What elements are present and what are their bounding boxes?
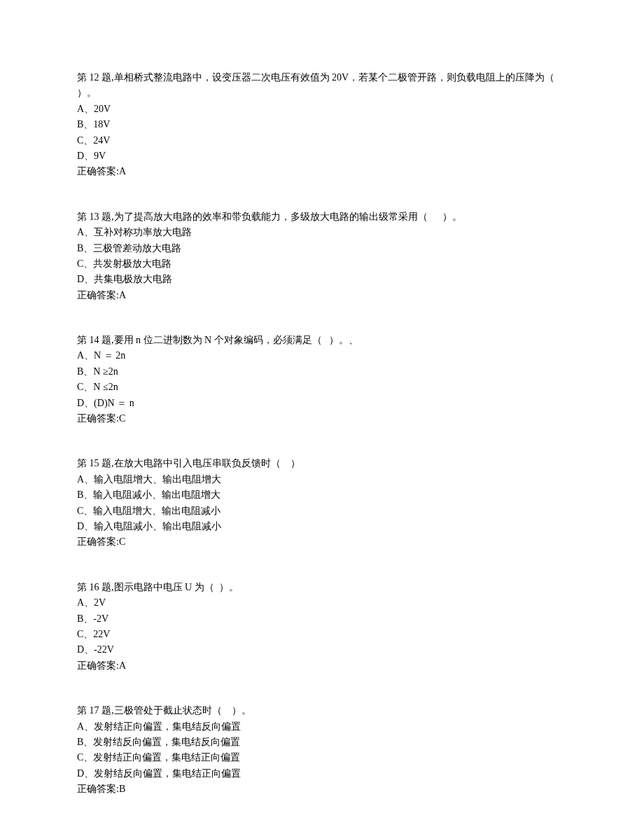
question-number: 第 14 题, bbox=[77, 335, 114, 345]
question-block: 第 13 题,为了提高放大电路的效率和带负载能力，多级放大电路的输出级常采用（ … bbox=[77, 209, 567, 303]
question-option: A、发射结正向偏置，集电结反向偏置 bbox=[77, 719, 567, 735]
question-option: B、-2V bbox=[77, 611, 567, 627]
question-block: 第 14 题,要用 n 位二进制数为 N 个对象编码，必须满足（ ）。、 A、N… bbox=[77, 333, 567, 426]
question-option: B、N ≥2n bbox=[77, 364, 567, 380]
question-option: D、共集电极放大电路 bbox=[77, 272, 567, 287]
answer-label: 正确答案: bbox=[77, 166, 119, 176]
answer-value: B bbox=[119, 784, 125, 794]
question-option: C、24V bbox=[77, 133, 567, 148]
question-option: C、发射结正向偏置，集电结正向偏置 bbox=[77, 750, 567, 765]
answer-value: C bbox=[119, 413, 125, 424]
question-option: C、22V bbox=[77, 627, 567, 642]
question-stem: 第 17 题,三极管处于截止状态时（ ）。 bbox=[77, 703, 567, 718]
question-number: 第 17 题, bbox=[77, 705, 114, 716]
question-number: 第 15 题, bbox=[77, 458, 114, 468]
answer-value: A bbox=[119, 166, 126, 176]
question-text: 三极管处于截止状态时（ ）。 bbox=[114, 705, 251, 716]
question-option: C、输入电阻增大、输出电阻减小 bbox=[77, 503, 567, 519]
question-option: D、-22V bbox=[77, 642, 567, 658]
question-option: C、共发射极放大电路 bbox=[77, 256, 567, 272]
answer-line: 正确答案:C bbox=[77, 411, 567, 426]
answer-line: 正确答案:B bbox=[77, 781, 567, 797]
answer-value: A bbox=[119, 290, 126, 300]
question-option: A、输入电阻增大、输出电阻增大 bbox=[77, 472, 567, 487]
question-number: 第 16 题, bbox=[77, 582, 114, 592]
question-option: D、(D)N ＝ n bbox=[77, 396, 567, 411]
question-stem: 第 14 题,要用 n 位二进制数为 N 个对象编码，必须满足（ ）。、 bbox=[77, 333, 567, 348]
question-option: B、发射结反向偏置，集电结反向偏置 bbox=[77, 735, 567, 750]
question-option: B、输入电阻减小、输出电阻增大 bbox=[77, 487, 567, 503]
question-option: A、互补对称功率放大电路 bbox=[77, 225, 567, 240]
question-number: 第 13 题, bbox=[77, 211, 114, 222]
question-option: A、20V bbox=[77, 102, 567, 117]
question-stem: 第 12 题,单相桥式整流电路中，设变压器二次电压有效值为 20V，若某个二极管… bbox=[77, 70, 567, 102]
answer-label: 正确答案: bbox=[77, 290, 119, 300]
answer-line: 正确答案:A bbox=[77, 288, 567, 303]
question-text: 单相桥式整流电路中，设变压器二次电压有效值为 20V，若某个二极管开路，则负载电… bbox=[77, 72, 562, 98]
question-text: 为了提高放大电路的效率和带负载能力，多级放大电路的输出级常采用（ ）。 bbox=[114, 211, 462, 222]
answer-line: 正确答案:C bbox=[77, 534, 567, 550]
question-option: C、N ≤2n bbox=[77, 380, 567, 395]
answer-value: A bbox=[119, 660, 126, 671]
answer-label: 正确答案: bbox=[77, 413, 119, 424]
question-block: 第 12 题,单相桥式整流电路中，设变压器二次电压有效值为 20V，若某个二极管… bbox=[77, 70, 567, 180]
question-block: 第 15 题,在放大电路中引入电压串联负反馈时（ ） A、输入电阻增大、输出电阻… bbox=[77, 456, 567, 550]
question-option: A、N ＝ 2n bbox=[77, 348, 567, 363]
answer-line: 正确答案:A bbox=[77, 164, 567, 179]
answer-label: 正确答案: bbox=[77, 784, 119, 794]
question-option: D、输入电阻减小、输出电阻减小 bbox=[77, 519, 567, 534]
question-option: D、发射结反向偏置，集电结正向偏置 bbox=[77, 766, 567, 781]
answer-line: 正确答案:A bbox=[77, 658, 567, 674]
question-option: A、2V bbox=[77, 595, 567, 611]
question-option: B、18V bbox=[77, 117, 567, 132]
question-text: 在放大电路中引入电压串联负反馈时（ ） bbox=[114, 458, 300, 468]
answer-label: 正确答案: bbox=[77, 660, 119, 671]
question-stem: 第 15 题,在放大电路中引入电压串联负反馈时（ ） bbox=[77, 456, 567, 471]
question-option: D、9V bbox=[77, 148, 567, 164]
answer-label: 正确答案: bbox=[77, 536, 119, 547]
question-option: B、三极管差动放大电路 bbox=[77, 241, 567, 256]
question-stem: 第 13 题,为了提高放大电路的效率和带负载能力，多级放大电路的输出级常采用（ … bbox=[77, 209, 567, 225]
question-block: 第 16 题,图示电路中电压 U 为（ ）。 A、2V B、-2V C、22V … bbox=[77, 580, 567, 674]
question-stem: 第 16 题,图示电路中电压 U 为（ ）。 bbox=[77, 580, 567, 595]
question-text: 要用 n 位二进制数为 N 个对象编码，必须满足（ ）。、 bbox=[114, 335, 359, 345]
question-number: 第 12 题, bbox=[77, 72, 114, 83]
question-text: 图示电路中电压 U 为（ ）。 bbox=[114, 582, 239, 592]
answer-value: C bbox=[119, 536, 125, 547]
question-block: 第 17 题,三极管处于截止状态时（ ）。 A、发射结正向偏置，集电结反向偏置 … bbox=[77, 703, 567, 797]
